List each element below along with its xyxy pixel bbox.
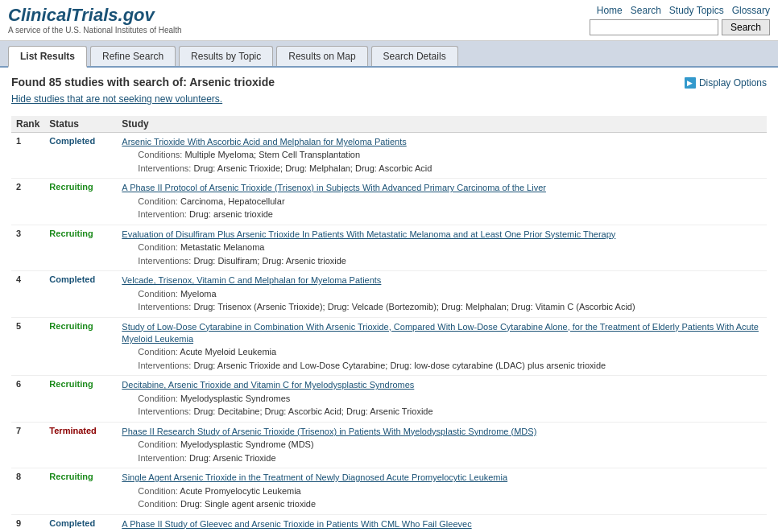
study-conditions: Conditions: Multiple Myeloma; Stem Cell … [122, 148, 762, 162]
study-conditions: Condition: Metastatic Melanoma [122, 241, 762, 254]
status-cell: Recruiting [44, 468, 117, 514]
table-row: 8RecruitingSingle Agent Arsenic Trioxide… [11, 468, 767, 514]
col-status: Status [44, 116, 117, 133]
rank-cell: 2 [11, 179, 44, 225]
table-row: 9CompletedA Phase II Study of Gleevec an… [11, 514, 767, 532]
rank-cell: 5 [11, 317, 44, 376]
study-interventions: Interventions: Drug: Trisenox (Arsenic T… [122, 300, 762, 314]
status-badge: Recruiting [49, 229, 93, 238]
tab-search-details[interactable]: Search Details [371, 46, 458, 66]
status-cell: Recruiting [44, 179, 117, 225]
status-cell: Completed [44, 514, 117, 532]
home-link[interactable]: Home [597, 5, 623, 16]
search-input[interactable] [590, 19, 718, 35]
study-interventions: Condition: Drug: Single agent arsenic tr… [122, 497, 762, 511]
tab-list-results[interactable]: List Results [8, 46, 87, 68]
study-cell: A Phase II Study of Gleevec and Arsenic … [117, 514, 767, 532]
study-title-link[interactable]: A Phase II Protocol of Arsenic Trioxide … [122, 183, 546, 192]
study-interventions: Interventions: Drug: Disulfiram; Drug: A… [122, 254, 762, 268]
status-badge: Recruiting [49, 321, 93, 331]
tab-results-by-topic[interactable]: Results by Topic [179, 46, 273, 66]
main-content: ▶ Display Options Found 85 studies with … [0, 68, 778, 532]
study-interventions: Interventions: Drug: Arsenic Trioxide an… [122, 359, 762, 373]
study-title-link[interactable]: A Phase II Study of Gleevec and Arsenic … [122, 519, 471, 529]
tabs-bar: List Results Refine Search Results by To… [0, 41, 778, 68]
col-study: Study [117, 116, 767, 133]
study-cell: Phase II Research Study of Arsenic Triox… [117, 422, 767, 468]
rank-cell: 9 [11, 514, 44, 532]
results-table: Rank Status Study 1CompletedArsenic Trio… [11, 116, 767, 532]
search-link[interactable]: Search [631, 5, 661, 16]
study-conditions: Condition: Myelodysplastic Syndromes [122, 392, 762, 406]
study-title-link[interactable]: Decitabine, Arsenic Trioxide and Vitamin… [122, 380, 414, 390]
rank-cell: 8 [11, 468, 44, 514]
table-row: 4CompletedVelcade, Trisenox, Vitamin C a… [11, 271, 767, 317]
study-conditions: Condition: Acute Myeloid Leukemia [122, 345, 762, 359]
search-button[interactable]: Search [722, 19, 770, 35]
rank-cell: 6 [11, 376, 44, 422]
status-cell: Completed [44, 271, 117, 317]
study-interventions: Intervention: Drug: arsenic trioxide [122, 208, 762, 221]
study-title-link[interactable]: Phase II Research Study of Arsenic Triox… [122, 427, 536, 436]
status-cell: Recruiting [44, 376, 117, 422]
table-row: 6RecruitingDecitabine, Arsenic Trioxide … [11, 376, 767, 422]
table-row: 2RecruitingA Phase II Protocol of Arseni… [11, 179, 767, 225]
study-cell: A Phase II Protocol of Arsenic Trioxide … [117, 179, 767, 225]
tab-refine-search[interactable]: Refine Search [90, 46, 176, 66]
study-cell: Evaluation of Disulfiram Plus Arsenic Tr… [117, 225, 767, 270]
logo-area: ClinicalTrials.gov A service of the U.S.… [8, 5, 182, 35]
status-badge: Recruiting [49, 472, 93, 481]
table-row: 3RecruitingEvaluation of Disulfiram Plus… [11, 225, 767, 270]
study-title-link[interactable]: Evaluation of Disulfiram Plus Arsenic Tr… [122, 229, 615, 239]
status-badge: Recruiting [49, 182, 93, 192]
rank-cell: 1 [11, 133, 44, 179]
study-cell: Arsenic Trioxide With Ascorbic Acid and … [117, 133, 767, 179]
study-conditions: Condition: Carcinoma, Hepatocellular [122, 195, 762, 208]
study-interventions: Interventions: Drug: Arsenic Trioxide; D… [122, 162, 762, 175]
study-title-link[interactable]: Single Agent Arsenic Trioxide in the Tre… [122, 472, 507, 482]
results-body: 1CompletedArsenic Trioxide With Ascorbic… [11, 133, 767, 533]
rank-cell: 4 [11, 271, 44, 317]
tab-results-on-map[interactable]: Results on Map [276, 46, 367, 66]
study-interventions: Intervention: Drug: Arsenic Trioxide [122, 452, 762, 465]
study-cell: Decitabine, Arsenic Trioxide and Vitamin… [117, 376, 767, 422]
study-conditions: Condition: Myelodysplastic Syndrome (MDS… [122, 438, 762, 452]
rank-cell: 7 [11, 422, 44, 468]
display-options-icon: ▶ [685, 77, 696, 89]
logo-subtitle: A service of the U.S. National Institute… [8, 26, 182, 35]
study-cell: Single Agent Arsenic Trioxide in the Tre… [117, 468, 767, 514]
status-cell: Completed [44, 133, 117, 179]
study-topics-link[interactable]: Study Topics [669, 5, 724, 16]
col-rank: Rank [11, 116, 44, 133]
display-options-button[interactable]: ▶ Display Options [685, 77, 767, 89]
study-title-link[interactable]: Study of Low-Dose Cytarabine in Combinat… [122, 322, 759, 344]
rank-cell: 3 [11, 225, 44, 270]
study-title-link[interactable]: Arsenic Trioxide With Ascorbic Acid and … [122, 137, 406, 146]
table-row: 1CompletedArsenic Trioxide With Ascorbic… [11, 133, 767, 179]
header-nav: Home Search Study Topics Glossary Search [590, 5, 770, 35]
glossary-link[interactable]: Glossary [732, 5, 770, 16]
study-interventions: Interventions: Drug: Decitabine; Drug: A… [122, 405, 762, 419]
header-search-box: Search [590, 19, 770, 35]
study-conditions: Condition: Acute Promyelocytic Leukemia [122, 485, 762, 498]
site-logo[interactable]: ClinicalTrials.gov [8, 5, 182, 26]
study-cell: Study of Low-Dose Cytarabine in Combinat… [117, 317, 767, 376]
status-badge: Terminated [49, 426, 96, 435]
study-cell: Velcade, Trisenox, Vitamin C and Melphal… [117, 271, 767, 317]
status-badge: Completed [49, 136, 95, 146]
table-row: 7TerminatedPhase II Research Study of Ar… [11, 422, 767, 468]
study-title-link[interactable]: Velcade, Trisenox, Vitamin C and Melphal… [122, 275, 381, 285]
status-badge: Completed [49, 518, 95, 528]
status-badge: Completed [49, 274, 95, 284]
table-header-row: Rank Status Study [11, 116, 767, 133]
status-badge: Recruiting [49, 379, 93, 389]
table-row: 5RecruitingStudy of Low-Dose Cytarabine … [11, 317, 767, 376]
found-text: Found 85 studies with search of: Arsenic… [11, 76, 767, 89]
study-conditions: Condition: Myeloma [122, 287, 762, 301]
status-cell: Recruiting [44, 317, 117, 376]
hide-studies-link[interactable]: Hide studies that are not seeking new vo… [11, 93, 222, 105]
header-links: Home Search Study Topics Glossary [597, 5, 770, 16]
status-cell: Recruiting [44, 225, 117, 270]
status-cell: Terminated [44, 422, 117, 468]
